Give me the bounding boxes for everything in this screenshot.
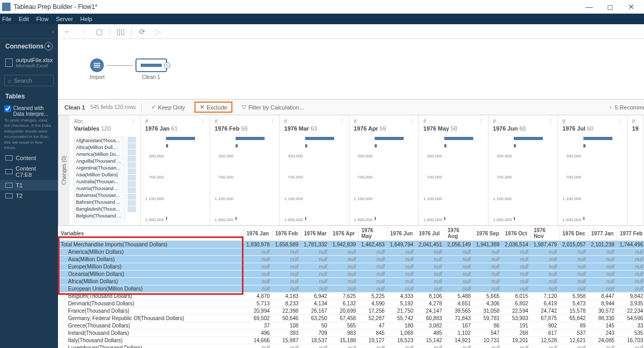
more-icon[interactable]: ⋮	[270, 118, 275, 124]
row-label[interactable]: France(Thousand Dollars)	[58, 307, 243, 315]
cell[interactable]: 33	[617, 322, 644, 330]
close-button[interactable]: ✕	[621, 1, 642, 13]
cell[interactable]: null	[445, 278, 474, 285]
menu-help[interactable]: Help	[80, 16, 92, 22]
profile-card[interactable]: #⋮1976 Jul 60300,000700,0001,100,0001,90…	[558, 115, 628, 225]
table-row[interactable]: Greece(Thousand Dollars)3710850565471803…	[58, 322, 644, 330]
cell[interactable]: null	[473, 271, 502, 278]
cell[interactable]: null	[272, 278, 301, 285]
cell[interactable]: 6,132	[330, 300, 359, 307]
cell[interactable]: null	[243, 278, 272, 285]
cell[interactable]: 191	[502, 322, 531, 330]
more-icon[interactable]: ⋮	[548, 118, 553, 124]
cell[interactable]: 5,488	[445, 293, 474, 300]
cell[interactable]: null	[272, 263, 301, 271]
cell[interactable]: 20,699	[330, 307, 359, 315]
cell[interactable]: null	[387, 256, 416, 263]
cell[interactable]: null	[617, 285, 644, 293]
filter-by-calculation-button[interactable]: ▽Filter by Calculation...	[238, 102, 308, 112]
cell[interactable]: 4,278	[416, 300, 445, 307]
table-row[interactable]: Luxembourg(Thousand Dollars)nullnullnull…	[58, 344, 644, 349]
cell[interactable]: 54,596	[617, 315, 644, 322]
variable-item[interactable]: Afghanistan(Thous...	[74, 137, 125, 144]
cell[interactable]: 5,192	[387, 300, 416, 307]
table-row[interactable]: Africa(Million Dollars)nullnullnullnulln…	[58, 278, 644, 285]
cell[interactable]: null	[531, 344, 560, 349]
exclude-button[interactable]: ✕Exclude	[194, 102, 232, 113]
cell[interactable]: 15,987	[272, 337, 301, 344]
variable-item[interactable]: Austria(Thousand ...	[74, 185, 125, 192]
variable-item[interactable]: Bahrain(Thousand ...	[74, 199, 125, 206]
cell[interactable]: null	[617, 278, 644, 285]
cell[interactable]: null	[560, 271, 589, 278]
cell[interactable]: 71,843	[445, 315, 474, 322]
import-node[interactable]	[90, 58, 104, 72]
cell[interactable]: 4,590	[358, 300, 387, 307]
cell[interactable]: 12,528	[531, 337, 560, 344]
clean-node[interactable]: +	[135, 58, 167, 72]
cell[interactable]: 8,233	[272, 300, 301, 307]
cell[interactable]: 39,565	[445, 307, 474, 315]
row-label[interactable]: Greece(Thousand Dollars)	[58, 322, 243, 330]
cell[interactable]: 5,665	[473, 293, 502, 300]
cell[interactable]: 2,056,149	[445, 241, 474, 248]
variable-item[interactable]: Belgium(Thousand ...	[74, 213, 125, 220]
cell[interactable]: null	[588, 248, 617, 256]
cell[interactable]: null	[358, 271, 387, 278]
cell[interactable]: 22,398	[272, 307, 301, 315]
cell[interactable]: 21,750	[387, 307, 416, 315]
cell[interactable]: 67,458	[330, 315, 359, 322]
cell[interactable]: 2,015,057	[560, 241, 589, 248]
row-label[interactable]: European Union(Million Dollars)	[58, 285, 243, 293]
row-label[interactable]: Total Merchandise Imports(Thousand Dolla…	[58, 241, 243, 248]
cell[interactable]: 4,306	[473, 300, 502, 307]
variable-item[interactable]: Bangladesh(Thous...	[74, 206, 125, 213]
cell[interactable]: 1,658,989	[272, 241, 301, 248]
cell[interactable]: 63,250	[301, 315, 330, 322]
cell[interactable]: 14,921	[445, 337, 474, 344]
cell[interactable]: null	[531, 278, 560, 285]
row-label[interactable]: America(Million Dollars)	[58, 248, 243, 256]
cell[interactable]: 565	[330, 322, 359, 330]
profile-card[interactable]: #⋮1976 Jun 60300,000700,0001,100,0001,90…	[489, 115, 558, 225]
cell[interactable]: null	[330, 256, 359, 263]
collapse-panel-button[interactable]: ‹	[0, 24, 58, 39]
cell[interactable]: null	[617, 263, 644, 271]
cell[interactable]: 145	[588, 322, 617, 330]
cell[interactable]: null	[445, 248, 474, 256]
data-grid[interactable]: Variables1976 Jan1976 Feb1976 Mar1976 Ap…	[58, 226, 644, 348]
cell[interactable]: null	[416, 271, 445, 278]
cell[interactable]: 7,120	[531, 293, 560, 300]
cell[interactable]: null	[301, 256, 330, 263]
cell[interactable]: null	[531, 256, 560, 263]
cell[interactable]: null	[502, 256, 531, 263]
cell[interactable]: 18,537	[301, 337, 330, 344]
cell[interactable]: 59,781	[473, 315, 502, 322]
cell[interactable]: 37	[243, 322, 272, 330]
cell[interactable]: null	[502, 271, 531, 278]
cell[interactable]: 268	[502, 330, 531, 337]
table-row[interactable]: Oceania(Million Dollars)nullnullnullnull…	[58, 271, 644, 278]
cell[interactable]: null	[560, 344, 589, 349]
column-header[interactable]: 1976 Mar	[301, 226, 330, 241]
cell[interactable]: 50	[301, 322, 330, 330]
cell[interactable]: null	[531, 248, 560, 256]
cell[interactable]: 1,941,389	[473, 241, 502, 248]
save-button[interactable]: ▢	[94, 27, 104, 36]
cell[interactable]: 845	[358, 330, 387, 337]
cell[interactable]: 16,523	[387, 337, 416, 344]
cell[interactable]: null	[617, 248, 644, 256]
cell[interactable]: null	[531, 271, 560, 278]
cell[interactable]: null	[243, 248, 272, 256]
cell[interactable]: null	[502, 248, 531, 256]
cell[interactable]: 31,058	[473, 307, 502, 315]
variable-item[interactable]: America(Million Do...	[74, 151, 125, 158]
cell[interactable]: 167	[445, 322, 474, 330]
cell[interactable]: null	[560, 263, 589, 271]
flow-canvas[interactable]: Import + Clean 1 100%	[58, 39, 644, 100]
cell[interactable]: null	[387, 344, 416, 349]
table-row[interactable]: Italy(Thousand Dollars)14,66615,98718,53…	[58, 337, 644, 344]
cell[interactable]: null	[473, 285, 502, 293]
column-header[interactable]: 1976 May	[358, 226, 387, 241]
cell[interactable]: 24,147	[416, 307, 445, 315]
